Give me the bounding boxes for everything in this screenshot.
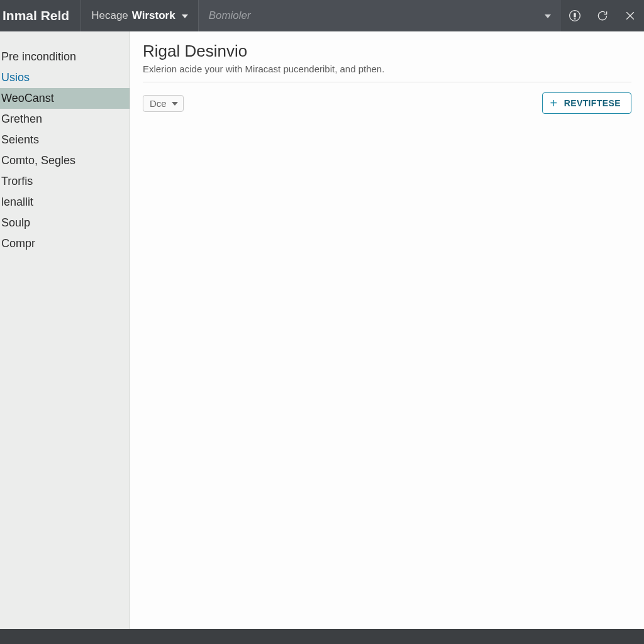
topbar-actions: [561, 0, 644, 31]
notifications-icon[interactable]: [561, 0, 589, 31]
svg-rect-2: [574, 18, 575, 19]
sidebar: Pre incondition Usios WeoCanst Grethen S…: [0, 31, 130, 629]
app-title: Inmal Reld: [0, 0, 81, 31]
sidebar-item-lenallit[interactable]: lenallit: [0, 192, 130, 213]
page-title: Rigal Desinvio: [143, 42, 631, 61]
sidebar-item-grethen[interactable]: Grethen: [0, 109, 130, 130]
primary-action-button[interactable]: + REVTIFTESE: [542, 92, 631, 114]
page-subtitle: Exlerion acide your with Miracast pucend…: [143, 64, 631, 74]
bottom-bar: [0, 629, 644, 644]
sidebar-item-compr[interactable]: Compr: [0, 233, 130, 254]
main-content: Rigal Desinvio Exlerion acide your with …: [130, 31, 644, 629]
sidebar-item-seients[interactable]: Seients: [0, 130, 130, 150]
breadcrumb[interactable]: Hecage Wirstork: [81, 0, 198, 31]
filter-dropdown[interactable]: Dce: [143, 95, 184, 112]
toolbar: Dce + REVTIFTESE: [143, 92, 631, 114]
sidebar-item-trorfis[interactable]: Trorfis: [0, 171, 130, 192]
filter-label: Dce: [150, 98, 167, 109]
sidebar-item-usios[interactable]: Usios: [0, 67, 130, 88]
breadcrumb-prefix: Hecage: [91, 9, 128, 22]
chevron-down-icon: [179, 9, 188, 22]
plus-icon: +: [550, 97, 558, 109]
divider: [143, 82, 631, 82]
primary-action-label: REVTIFTESE: [564, 98, 621, 108]
breadcrumb-current: Wirstork: [132, 9, 175, 22]
sidebar-item-pre-incondition[interactable]: Pre incondition: [0, 47, 130, 67]
search-input[interactable]: [209, 9, 537, 22]
close-icon[interactable]: [616, 0, 644, 31]
sidebar-item-weocanst[interactable]: WeoCanst: [0, 88, 130, 109]
chevron-down-icon: [169, 99, 178, 107]
search-box[interactable]: [199, 0, 561, 31]
chevron-down-icon[interactable]: [542, 11, 551, 21]
sidebar-item-comto-segles[interactable]: Comto, Segles: [0, 150, 130, 171]
top-bar: Inmal Reld Hecage Wirstork: [0, 0, 644, 31]
svg-rect-1: [574, 13, 575, 18]
sidebar-item-soulp[interactable]: Soulp: [0, 213, 130, 233]
refresh-icon[interactable]: [589, 0, 616, 31]
body: Pre incondition Usios WeoCanst Grethen S…: [0, 31, 644, 629]
